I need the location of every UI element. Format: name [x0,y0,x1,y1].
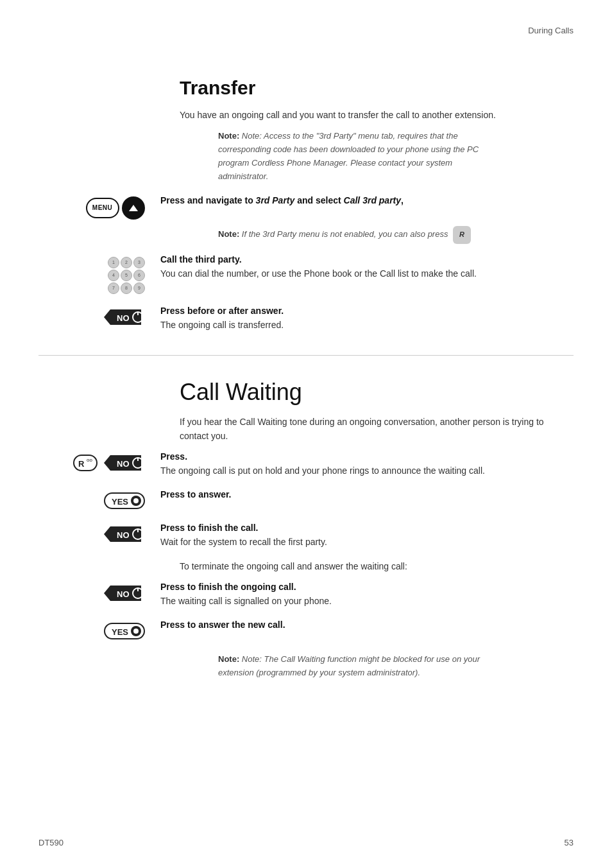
cw-step3-title: Press to finish the call. [160,523,574,533]
nav-icon [122,196,145,220]
cw-step4-icon: NO [77,582,160,603]
svg-point-14 [133,498,139,503]
cw-step2-icon: YES [77,489,160,511]
transfer-step3-icon: NO [77,306,160,327]
hold-icon: R oo [73,453,98,473]
keypad-cell: 5 [121,270,132,281]
cw-step1-content: Press. The ongoing call is put on hold a… [160,451,574,478]
no-icon-cw3: NO [104,583,145,603]
cw-step2-title: Press to answer. [160,489,574,499]
cw-step4-row: NO Press to finish the ongoing call. The… [77,582,574,608]
transfer-section: Transfer You have an ongoing call and yo… [38,77,574,332]
cw-step1-body: The ongoing call is put on hold and your… [160,464,574,478]
footer-right: 53 [565,838,574,847]
transfer-step2-icon: 1 2 3 4 5 6 7 8 9 [77,254,160,294]
footer-left: DT590 [38,838,64,847]
keypad-cell: 4 [108,270,119,281]
transfer-step2-title: Call the third party. [160,254,574,265]
svg-text:YES: YES [112,627,128,637]
cw-note: Note: Note: The Call Waiting function mi… [218,653,488,680]
keypad-icon: 1 2 3 4 5 6 7 8 9 [108,257,145,294]
transfer-step2-row: 1 2 3 4 5 6 7 8 9 Call the third party. … [77,254,574,294]
call-waiting-section: Call Waiting If you hear the Call Waitin… [38,379,574,680]
transfer-step2-content: Call the third party. You can dial the n… [160,254,574,281]
no-icon-cw: NO [104,453,145,473]
keypad-cell: 9 [133,282,145,294]
cw-step1-icons: R oo NO [73,453,145,473]
cw-step5-row: YES Press to answer the new call. [77,620,574,641]
transfer-title: Transfer [180,77,574,99]
svg-text:NO: NO [117,459,130,469]
cw-step2-content: Press to answer. [160,489,574,501]
svg-rect-4 [74,455,97,471]
cw-step3-icon: NO [77,523,160,544]
keypad-cell: 6 [133,270,145,281]
keypad-cell: 8 [121,282,132,294]
header-label: During Calls [528,26,574,35]
svg-text:NO: NO [117,589,130,599]
cw-step3-body: Wait for the system to recall the first … [160,535,574,549]
menu-icon: MENU [86,198,119,218]
cw-step3-row: NO Press to finish the call. Wait for th… [77,523,574,549]
cw-step4-body: The waiting call is signalled on your ph… [160,594,574,608]
cw-step4-title: Press to finish the ongoing call. [160,582,574,592]
transfer-note1: Note: Note: Access to the "3rd Party" me… [218,130,488,183]
r-button-icon: R [453,226,471,244]
keypad-cell: 1 [108,257,119,268]
svg-point-26 [133,629,139,634]
svg-text:R: R [78,459,85,469]
svg-text:YES: YES [112,497,128,507]
transfer-step3-body: The ongoing call is transferred. [160,318,574,332]
call-waiting-title: Call Waiting [180,379,574,406]
no-icon-cw2: NO [104,524,145,544]
call-waiting-description: If you hear the Call Waiting tone during… [180,415,574,444]
keypad-cell: 2 [121,257,132,268]
transfer-description: You have an ongoing call and you want to… [180,108,574,122]
svg-text:NO: NO [117,530,130,540]
transfer-note2: Note: If the 3rd Party menu is not enabl… [218,226,488,244]
cw-step4-content: Press to finish the ongoing call. The wa… [160,582,574,608]
cw-step5-title: Press to answer the new call. [160,620,574,630]
svg-text:oo: oo [87,457,92,463]
transfer-step1-icon: MENU [77,195,160,220]
transfer-step3-title: Press before or after answer. [160,306,574,316]
svg-text:NO: NO [117,313,130,323]
transfer-step1-title: Press and navigate to 3rd Party and sele… [160,195,574,205]
cw-step2-row: YES Press to answer. [77,489,574,511]
no-button-icon: NO [104,307,145,327]
transfer-step3-content: Press before or after answer. The ongoin… [160,306,574,332]
cw-step1-icon: R oo NO [77,451,160,473]
transfer-step3-row: NO Press before or after answer. The ong… [77,306,574,332]
yes-icon: YES [104,490,145,511]
transfer-step2-body: You can dial the number, or use the Phon… [160,266,574,281]
page: During Calls Transfer You have an ongoin… [0,0,612,868]
footer: DT590 53 [38,838,574,847]
cw-step3-content: Press to finish the call. Wait for the s… [160,523,574,549]
transfer-step1-row: MENU Press and navigate to 3rd Party and… [77,195,574,220]
cw-step1-row: R oo NO Press. The ongoing call is put o… [77,451,574,478]
cw-step5-content: Press to answer the new call. [160,620,574,632]
section-divider [38,355,574,356]
cw-step5-icon: YES [77,620,160,641]
cw-middle-text: To terminate the ongoing call and answer… [180,561,574,571]
keypad-cell: 3 [133,257,145,268]
yes-icon2: YES [104,621,145,641]
cw-step1-title: Press. [160,451,574,462]
keypad-cell: 7 [108,282,119,294]
transfer-step1-content: Press and navigate to 3rd Party and sele… [160,195,574,207]
